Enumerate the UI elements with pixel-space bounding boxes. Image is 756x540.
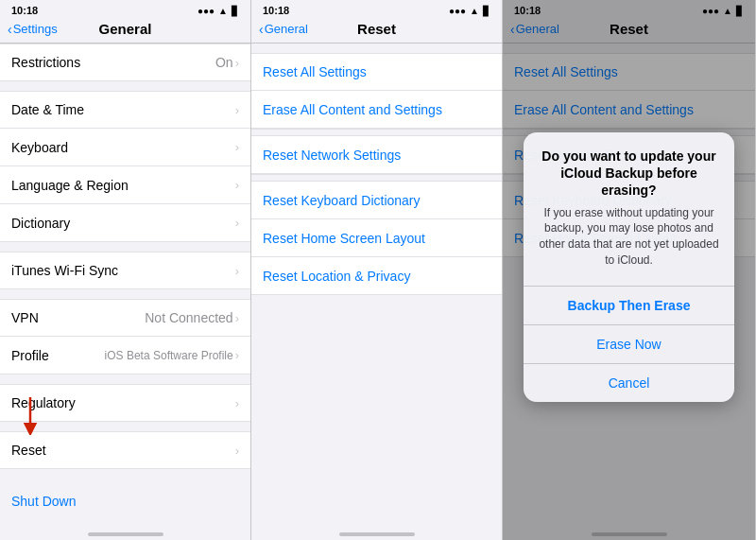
down-arrow-annotation [17, 397, 43, 435]
alert-message: If you erase without updating your backu… [539, 205, 719, 269]
profile-value: iOS Beta Software Profile [105, 349, 233, 362]
settings-list-1: Restrictions On › Date & Time › Keyboard… [0, 44, 250, 521]
label-dictionary: Dictionary [11, 216, 70, 231]
status-bar-1: 10:18 ●●● ▲ ▊ [0, 0, 250, 19]
erase-now-button[interactable]: Erase Now [524, 325, 734, 364]
section-itunes: iTunes Wi-Fi Sync › [0, 252, 250, 289]
chevron-dictionary: › [235, 216, 239, 230]
battery-icon: ▊ [232, 6, 239, 16]
item-restrictions[interactable]: Restrictions On › [0, 44, 250, 81]
item-reset-network[interactable]: Reset Network Settings [251, 136, 502, 174]
label-reset-home: Reset Home Screen Layout [263, 231, 425, 246]
chevron-reset: › [235, 444, 239, 458]
signal-icon-2: ●●● [449, 6, 466, 16]
chevron-keyboard: › [235, 140, 239, 154]
back-chevron-icon: ‹ [8, 22, 12, 37]
item-reset-all[interactable]: Reset All Settings [251, 53, 502, 91]
panel3-dialog: 10:18 ●●● ▲ ▊ ‹ General Reset Reset All … [503, 0, 756, 540]
chevron-language: › [235, 178, 239, 192]
label-datetime: Date & Time [11, 102, 84, 117]
value-profile: iOS Beta Software Profile › [105, 348, 239, 362]
item-reset-location[interactable]: Reset Location & Privacy [251, 257, 502, 295]
nav-back-label: Settings [13, 22, 58, 36]
item-datetime[interactable]: Date & Time › [0, 91, 250, 129]
bottom-bar-1 [0, 521, 250, 540]
battery-icon-2: ▊ [483, 6, 490, 16]
wifi-icon: ▲ [218, 6, 228, 16]
chevron-itunes: › [235, 264, 239, 278]
cancel-button[interactable]: Cancel [524, 364, 734, 402]
value-vpn: Not Connected › [145, 310, 239, 325]
item-erase-all[interactable]: Erase All Content and Settings [251, 91, 502, 129]
chevron-restrictions: › [235, 56, 239, 70]
item-profile[interactable]: Profile iOS Beta Software Profile › [0, 337, 250, 375]
nav-bar-1: ‹ Settings General [0, 19, 250, 44]
item-reset-home[interactable]: Reset Home Screen Layout [251, 219, 502, 257]
label-reset-all: Reset All Settings [263, 64, 367, 79]
label-restrictions: Restrictions [11, 55, 80, 70]
vpn-value: Not Connected [145, 310, 232, 325]
alert-title: Do you want to update your iCloud Backup… [539, 148, 719, 200]
label-itunes: iTunes Wi-Fi Sync [11, 263, 118, 278]
label-reset-location: Reset Location & Privacy [263, 269, 410, 284]
item-reset-keyboard[interactable]: Reset Keyboard Dictionary [251, 182, 502, 219]
nav-title-1: General [99, 21, 152, 37]
nav-title-2: Reset [357, 21, 396, 37]
item-itunes[interactable]: iTunes Wi-Fi Sync › [0, 252, 250, 289]
status-time-1: 10:18 [11, 5, 38, 16]
home-indicator-2 [339, 532, 415, 536]
label-erase-all: Erase All Content and Settings [263, 102, 442, 117]
label-reset-keyboard: Reset Keyboard Dictionary [263, 193, 421, 208]
label-shutdown: Shut Down [11, 494, 76, 509]
status-bar-2: 10:18 ●●● ▲ ▊ [251, 0, 502, 19]
nav-back-2[interactable]: ‹ General [259, 22, 308, 37]
bottom-bar-2 [251, 521, 502, 540]
chevron-profile: › [235, 348, 239, 362]
label-reset-network: Reset Network Settings [263, 148, 401, 163]
label-vpn: VPN [11, 310, 39, 325]
chevron-regulatory: › [235, 396, 239, 410]
nav-back-label-2: General [265, 22, 308, 36]
section-datetime-dict: Date & Time › Keyboard › Language & Regi… [0, 91, 250, 242]
item-language[interactable]: Language & Region › [0, 166, 250, 204]
section-reset-items: Reset All Settings Erase All Content and… [251, 53, 502, 295]
item-dictionary[interactable]: Dictionary › [0, 204, 250, 242]
restrictions-value: On [215, 55, 233, 70]
reset-list: Reset All Settings Erase All Content and… [251, 44, 502, 521]
status-icons-1: ●●● ▲ ▊ [198, 6, 239, 16]
chevron-datetime: › [235, 103, 239, 117]
item-keyboard[interactable]: Keyboard › [0, 129, 250, 166]
home-indicator-1 [88, 532, 163, 536]
cancel-label: Cancel [609, 375, 650, 391]
signal-icon: ●●● [198, 6, 215, 16]
value-restrictions: On › [215, 55, 239, 70]
status-icons-2: ●●● ▲ ▊ [449, 6, 490, 16]
panel1-general: 10:18 ●●● ▲ ▊ ‹ Settings General Restric… [0, 0, 251, 540]
backup-then-erase-label: Backup Then Erase [568, 298, 691, 313]
nav-back-1[interactable]: ‹ Settings [8, 22, 58, 37]
section-vpn-profile: VPN Not Connected › Profile iOS Beta Sof… [0, 299, 250, 375]
panel2-reset: 10:18 ●●● ▲ ▊ ‹ General Reset Reset All … [251, 0, 503, 540]
label-keyboard: Keyboard [11, 140, 68, 155]
erase-now-label: Erase Now [596, 337, 661, 352]
backup-then-erase-button[interactable]: Backup Then Erase [524, 287, 734, 325]
nav-bar-2: ‹ General Reset [251, 19, 502, 44]
label-profile: Profile [11, 348, 49, 363]
item-shutdown[interactable]: Shut Down [0, 482, 250, 520]
status-time-2: 10:18 [263, 5, 289, 16]
label-language: Language & Region [11, 178, 129, 193]
chevron-vpn: › [235, 311, 239, 325]
wifi-icon-2: ▲ [470, 6, 479, 16]
item-reset[interactable]: Reset › [0, 431, 250, 469]
alert-dialog: Do you want to update your iCloud Backup… [524, 132, 734, 402]
section-reset: Reset › [0, 431, 250, 469]
label-reset: Reset [11, 443, 46, 458]
section-restrictions: Restrictions On › [0, 44, 250, 81]
alert-content: Do you want to update your iCloud Backup… [524, 132, 734, 276]
back-chevron-icon-2: ‹ [259, 22, 264, 37]
item-vpn[interactable]: VPN Not Connected › [0, 299, 250, 337]
